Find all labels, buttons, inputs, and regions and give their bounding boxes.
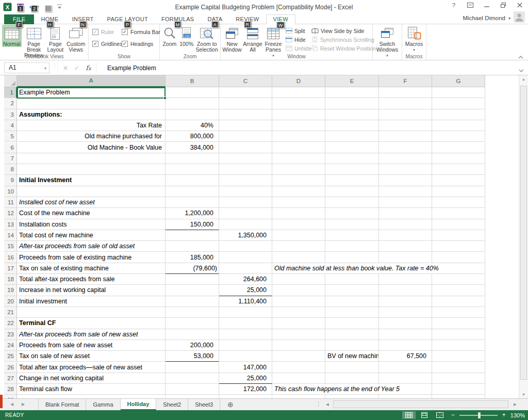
cell-G21[interactable] [432, 307, 485, 318]
cell-E7[interactable] [325, 153, 379, 164]
avatar[interactable] [514, 11, 525, 25]
cell-A21[interactable] [17, 307, 166, 318]
row-header-1[interactable]: 1 [4, 87, 17, 98]
row-header-12[interactable]: 12 [4, 208, 17, 219]
cell-G4[interactable] [432, 120, 485, 131]
cell-A19[interactable]: Increase in net working capital [17, 285, 166, 296]
cell-A12[interactable]: Cost of the new machine [17, 208, 166, 219]
cell-A28[interactable]: Terminal cash flow [17, 384, 166, 395]
cell-E25[interactable]: BV of new machine [325, 351, 379, 362]
cell-G11[interactable] [432, 197, 485, 208]
cell-B29[interactable] [166, 395, 219, 398]
cell-B7[interactable] [166, 153, 219, 164]
row-header-19[interactable]: 19 [4, 285, 17, 296]
cell-B9[interactable] [166, 175, 219, 186]
cell-E2[interactable] [325, 98, 379, 109]
cell-D4[interactable] [272, 120, 325, 131]
checkbox-icon[interactable]: ✓ [122, 29, 128, 35]
row-header-21[interactable]: 21 [4, 307, 17, 318]
cell-E27[interactable] [325, 373, 379, 384]
restore-button[interactable] [499, 2, 507, 10]
cell-G16[interactable] [432, 252, 485, 263]
cell-G23[interactable] [432, 329, 485, 340]
cell-E20[interactable] [325, 296, 379, 307]
cell-G27[interactable] [432, 373, 485, 384]
cell-F8[interactable] [379, 164, 432, 175]
row-header-18[interactable]: 18 [4, 274, 17, 285]
cell-A11[interactable]: Installed cost of new asset [17, 197, 166, 208]
scroll-down-icon[interactable]: ▼ [519, 393, 528, 396]
zoom-button[interactable]: Zoom [161, 25, 178, 47]
cell-E16[interactable] [325, 252, 379, 263]
view-side-by-side-button[interactable]: View Side by Side [311, 27, 376, 35]
row-header-16[interactable]: 16 [4, 252, 17, 263]
row-header-22[interactable]: 22 [4, 318, 17, 329]
cell-F11[interactable] [379, 197, 432, 208]
sheet-tab-sheet3[interactable]: Sheet3 [188, 399, 220, 410]
cell-B8[interactable] [166, 164, 219, 175]
cell-D3[interactable] [272, 109, 325, 120]
collapse-ribbon-button[interactable] [518, 52, 525, 57]
tab-home[interactable]: HOMEH [34, 14, 65, 24]
cell-C10[interactable] [219, 186, 272, 197]
tabbar-resize-handle[interactable]: ⋮ [316, 401, 321, 407]
cell-B12[interactable]: 1,200,000 [166, 208, 219, 219]
cell-D27[interactable] [272, 373, 325, 384]
cell-F19[interactable] [379, 285, 432, 296]
column-header-A[interactable]: A [17, 75, 166, 87]
close-button[interactable] [516, 2, 524, 10]
cell-E12[interactable] [325, 208, 379, 219]
zoom-slider-handle[interactable] [478, 412, 481, 418]
cell-C26[interactable]: 147,000 [219, 362, 272, 373]
cell-C11[interactable] [219, 197, 272, 208]
scroll-up-icon[interactable]: ▲ [519, 77, 528, 81]
row-header-3[interactable]: 3 [4, 109, 17, 120]
cell-B28[interactable] [166, 384, 219, 395]
switch-windows-button[interactable]: Switch Windows▾ [374, 25, 401, 58]
name-box[interactable]: A1 ▾ [4, 62, 50, 73]
cell-F18[interactable] [379, 274, 432, 285]
cell-A27[interactable]: Change in net working capital [17, 373, 166, 384]
help-button[interactable]: ? [450, 2, 458, 10]
cell-B2[interactable] [166, 98, 219, 109]
cell-E26[interactable] [325, 362, 379, 373]
cell-A22[interactable]: Terminal CF [17, 318, 166, 329]
cell-A23[interactable]: After-tax proceeds from sale of new asse… [17, 329, 166, 340]
cell-A24[interactable]: Proceeds from sale of new asset [17, 340, 166, 351]
row-header-29[interactable]: 29 [4, 395, 17, 398]
new-window-button[interactable]: New Window [222, 25, 242, 53]
cell-B16[interactable]: 185,000 [166, 252, 219, 263]
cell-G22[interactable] [432, 318, 485, 329]
formula-bar-resize-handle[interactable]: ⋮ [52, 63, 56, 67]
normal-button[interactable]: Normal [2, 25, 22, 47]
cell-E21[interactable] [325, 307, 379, 318]
custom-views-button[interactable]: Custom Views [64, 25, 87, 53]
cell-C25[interactable] [219, 351, 272, 362]
horizontal-scrollbar-thumb[interactable] [333, 400, 508, 408]
cell-B10[interactable] [166, 186, 219, 197]
cell-G12[interactable] [432, 208, 485, 219]
row-header-6[interactable]: 6 [4, 142, 17, 153]
cell-C23[interactable] [219, 329, 272, 340]
minimize-button[interactable] [483, 2, 491, 10]
cell-D1[interactable] [272, 87, 325, 98]
cell-A6[interactable]: Old Machine - Book Value [17, 142, 166, 153]
tab-review[interactable]: REVIEWR [229, 14, 266, 24]
cell-A25[interactable]: Tax on sale of new asset [17, 351, 166, 362]
cell-G3[interactable] [432, 109, 485, 120]
cell-C3[interactable] [219, 109, 272, 120]
cell-E15[interactable] [325, 241, 379, 252]
cell-E5[interactable] [325, 131, 379, 142]
cell-C14[interactable]: 1,350,000 [219, 230, 272, 241]
cell-B4[interactable]: 40% [166, 120, 219, 131]
vertical-scrollbar[interactable]: ▲ ▼ [519, 75, 528, 398]
cell-G5[interactable] [432, 131, 485, 142]
column-header-G[interactable]: G [432, 75, 485, 87]
cell-G15[interactable] [432, 241, 485, 252]
cell-C5[interactable] [219, 131, 272, 142]
fill-handle[interactable] [163, 96, 167, 100]
cell-B6[interactable]: 384,000 [166, 142, 219, 153]
cell-D10[interactable] [272, 186, 325, 197]
row-header-24[interactable]: 24 [4, 340, 17, 351]
cell-A4[interactable]: Tax Rate [17, 120, 166, 131]
